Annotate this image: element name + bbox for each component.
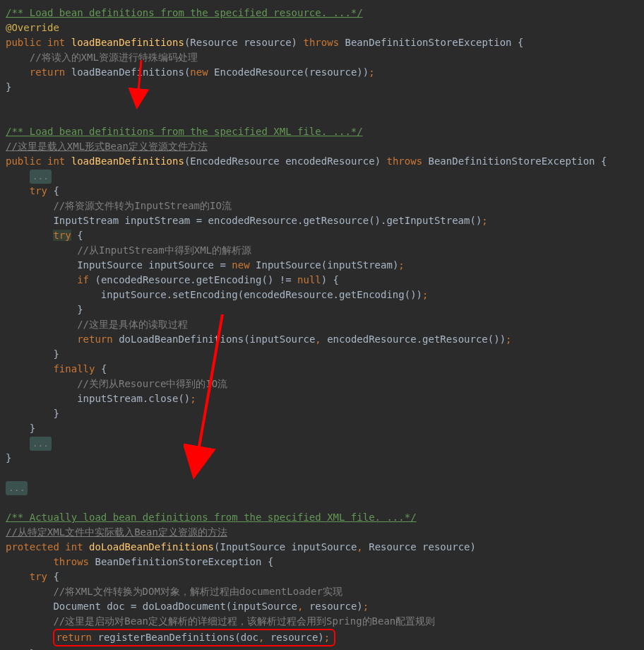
cn-comment: //从特定XML文件中实际载入Bean定义资源的方法 xyxy=(6,526,227,538)
kw-new: new xyxy=(190,66,208,78)
kw-return: return xyxy=(77,333,113,345)
kw-int: int xyxy=(47,155,65,167)
line-comment: //将资源文件转为InputStream的IO流 xyxy=(53,200,231,211)
brace-close: } xyxy=(30,422,35,434)
brace: { xyxy=(101,363,107,374)
params: (InputSource inputSource xyxy=(214,541,357,552)
call: loadBeanDefinitions( xyxy=(71,66,191,78)
method-name: loadBeanDefinitions xyxy=(71,37,184,48)
kw-int: int xyxy=(47,37,65,48)
fold-icon[interactable]: ... xyxy=(30,170,52,184)
kw-null: null xyxy=(297,274,321,285)
code-line: inputStream.close() xyxy=(77,393,190,404)
brace-close: } xyxy=(77,304,83,315)
kw-return: return xyxy=(56,632,92,643)
params: (EncodedResource encodedResource) xyxy=(184,155,381,167)
kw-protected: protected xyxy=(6,541,59,552)
exception: BeanDefinitionStoreException { xyxy=(345,37,524,48)
exception: BeanDefinitionStoreException { xyxy=(95,556,273,567)
highlight-box: return registerBeanDefinitions(doc, reso… xyxy=(53,629,335,646)
code-block: /** Load bean definitions from the speci… xyxy=(6,6,638,650)
brace: { xyxy=(53,185,59,196)
if-cond: (encodedResource.getEncoding() != xyxy=(95,274,297,285)
code-line2: resource) xyxy=(303,601,362,612)
comma: , xyxy=(315,333,321,345)
kw-try: try xyxy=(30,571,47,582)
method-name: doLoadBeanDefinitions xyxy=(89,541,214,552)
params: (Resource resource) xyxy=(184,37,297,48)
line-comment: //从InputStream中得到XML的解析源 xyxy=(77,244,251,256)
code-line: Document doc = doLoadDocument(inputSourc… xyxy=(53,601,297,612)
line-comment: //将读入的XML资源进行特殊编码处理 xyxy=(30,52,198,63)
kw-throws: throws xyxy=(53,556,89,567)
annotation: @Override xyxy=(6,22,59,33)
brace-close: } xyxy=(6,452,11,463)
kw-return: return xyxy=(30,66,66,78)
comma: , xyxy=(357,541,362,552)
semi: ; xyxy=(369,66,374,78)
line-comment: //这里是启动对Bean定义解析的详细过程，该解析过程会用到Spring的Bea… xyxy=(53,615,435,627)
doc-comment: /** Load bean definitions from the speci… xyxy=(6,126,363,137)
kw-public: public xyxy=(6,37,42,48)
kw-try: try xyxy=(53,230,71,241)
fold-icon[interactable]: ... xyxy=(6,481,28,495)
kw-public: public xyxy=(6,155,42,167)
if-end: ) { xyxy=(321,274,339,285)
brace-close: } xyxy=(53,408,59,419)
brace: { xyxy=(53,571,59,582)
params2: Resource resource) xyxy=(363,541,476,552)
line-comment: //这里是具体的读取过程 xyxy=(77,319,188,330)
exception: BeanDefinitionStoreException { xyxy=(429,155,607,167)
kw-new: new xyxy=(232,259,249,271)
call: registerBeanDefinitions(doc xyxy=(97,632,258,643)
line-comment: //关闭从Resource中得到的IO流 xyxy=(77,378,227,389)
line-comment: //将XML文件转换为DOM对象，解析过程由documentLoader实现 xyxy=(53,586,342,597)
code-line: inputSource.setEncoding(encodedResource.… xyxy=(101,289,422,300)
cn-comment: //这里是载入XML形式Bean定义资源文件方法 xyxy=(6,141,208,152)
method-name: loadBeanDefinitions xyxy=(71,155,184,167)
kw-finally: finally xyxy=(53,363,95,374)
code-line: InputSource(inputStream) xyxy=(250,259,399,271)
kw-if: if xyxy=(77,274,89,285)
kw-int: int xyxy=(65,541,83,552)
call: doLoadBeanDefinitions(inputSource xyxy=(119,333,315,345)
doc-comment: /** Actually load bean definitions from … xyxy=(6,512,417,523)
kw-try: try xyxy=(30,185,47,196)
kw-throws: throws xyxy=(387,155,423,167)
brace-close: } xyxy=(53,348,59,360)
fold-icon[interactable]: ... xyxy=(30,437,52,451)
brace: { xyxy=(77,230,83,241)
call2: resource) xyxy=(264,632,323,643)
kw-throws: throws xyxy=(304,37,340,48)
code-line: InputStream inputStream = encodedResourc… xyxy=(53,215,482,226)
code-line: InputSource inputSource = xyxy=(77,259,232,271)
enc: EncodedResource(resource)) xyxy=(214,66,369,78)
call2: encodedResource.getResource()) xyxy=(321,333,506,345)
brace-close: } xyxy=(6,81,11,93)
doc-comment: /** Load bean definitions from the speci… xyxy=(6,7,363,18)
